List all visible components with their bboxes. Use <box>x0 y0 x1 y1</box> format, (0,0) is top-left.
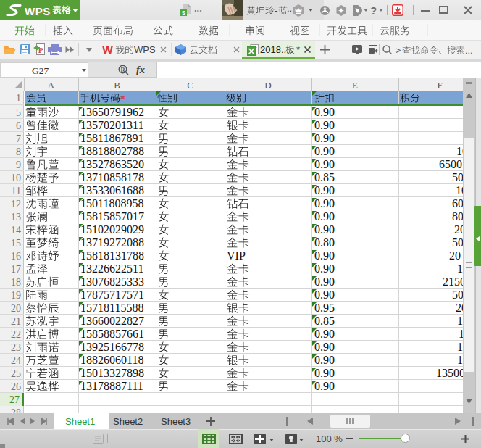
svg-text:S: S <box>182 9 186 17</box>
svg-text:R: R <box>120 66 125 73</box>
svg-text:P: P <box>38 46 43 54</box>
